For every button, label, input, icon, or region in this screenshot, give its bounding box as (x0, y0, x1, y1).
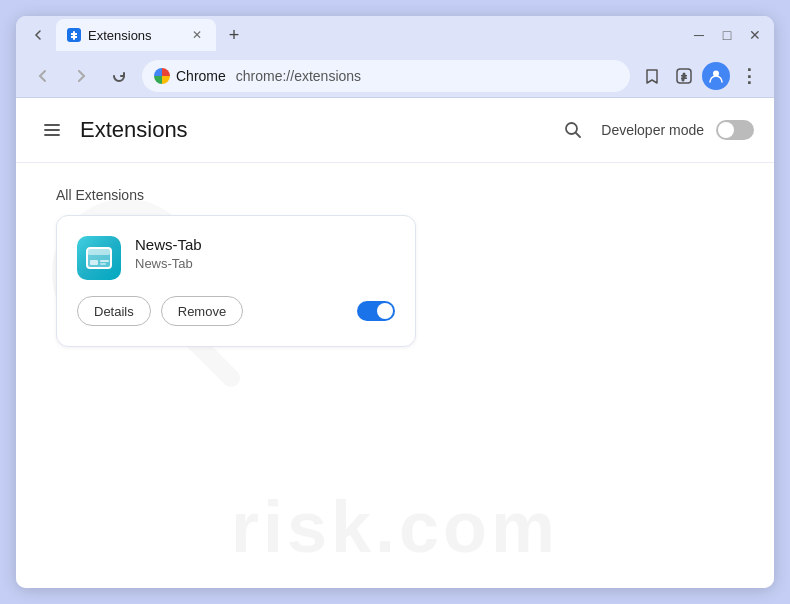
details-button[interactable]: Details (77, 296, 151, 326)
tab-bar: Extensions ✕ + (24, 19, 682, 51)
svg-rect-9 (100, 260, 109, 262)
extension-card: News-Tab News-Tab Details Remove (56, 215, 416, 347)
developer-mode-toggle[interactable] (716, 120, 754, 140)
address-bar: Chrome chrome://extensions (16, 54, 774, 98)
extension-info-row: News-Tab News-Tab (77, 236, 395, 280)
tab-scroll-left-button[interactable] (24, 21, 52, 49)
title-bar: Extensions ✕ + ─ □ ✕ (16, 16, 774, 54)
chrome-logo-icon (154, 68, 170, 84)
extension-actions: Details Remove (77, 296, 395, 326)
svg-rect-10 (100, 263, 106, 265)
back-button[interactable] (28, 61, 58, 91)
window-controls: ─ □ ✕ (688, 24, 766, 46)
forward-button[interactable] (66, 61, 96, 91)
extension-details: News-Tab News-Tab (135, 236, 395, 271)
maximize-button[interactable]: □ (716, 24, 738, 46)
svg-point-3 (566, 123, 577, 134)
svg-rect-8 (90, 260, 98, 265)
menu-button[interactable]: ⋮ (734, 62, 762, 90)
developer-mode-label: Developer mode (601, 122, 704, 138)
extensions-header: Extensions Developer mode (16, 98, 774, 163)
extension-description: News-Tab (135, 256, 395, 271)
tab-close-button[interactable]: ✕ (188, 26, 206, 44)
active-tab[interactable]: Extensions ✕ (56, 19, 216, 51)
brand-name: Chrome (176, 68, 226, 84)
header-right: Developer mode (557, 114, 754, 146)
address-bar-input[interactable]: Chrome chrome://extensions (142, 60, 630, 92)
news-tab-icon (85, 244, 113, 272)
extension-name: News-Tab (135, 236, 395, 253)
tab-favicon-icon (66, 27, 82, 43)
extension-enable-toggle[interactable] (357, 301, 395, 321)
content-area: Extensions Developer mode risk.c (16, 98, 774, 588)
search-button[interactable] (557, 114, 589, 146)
hamburger-menu-button[interactable] (36, 114, 68, 146)
profile-button[interactable] (702, 62, 730, 90)
section-title: All Extensions (56, 187, 734, 203)
reload-button[interactable] (104, 61, 134, 91)
extension-icon (77, 236, 121, 280)
tab-title: Extensions (88, 28, 182, 43)
toolbar-icons: ⋮ (638, 62, 762, 90)
browser-window: Extensions ✕ + ─ □ ✕ (16, 16, 774, 588)
close-window-button[interactable]: ✕ (744, 24, 766, 46)
page-title: Extensions (80, 117, 188, 143)
bookmark-button[interactable] (638, 62, 666, 90)
extensions-body: risk.com All Extensions (16, 163, 774, 588)
new-tab-button[interactable]: + (220, 21, 248, 49)
remove-button[interactable]: Remove (161, 296, 243, 326)
watermark-text: risk.com (231, 486, 559, 568)
svg-rect-7 (87, 248, 111, 255)
extensions-button[interactable] (670, 62, 698, 90)
minimize-button[interactable]: ─ (688, 24, 710, 46)
url-display: chrome://extensions (236, 68, 361, 84)
